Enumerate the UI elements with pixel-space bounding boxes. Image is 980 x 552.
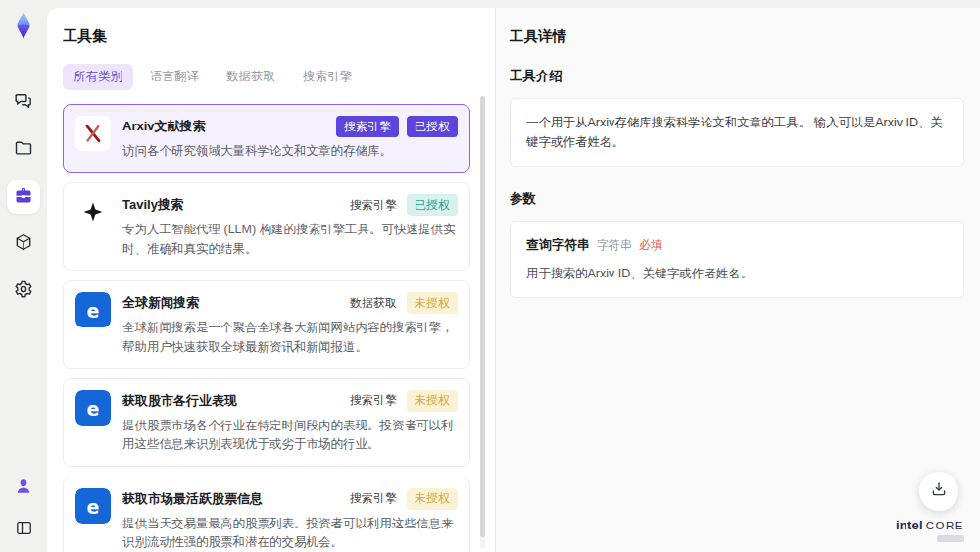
tool-description: 访问各个研究领域大量科学论文和文章的存储库。 (122, 142, 458, 161)
app-logo-icon (8, 10, 39, 41)
tool-name: 获取股市各行业表现 (122, 392, 340, 410)
gear-icon (14, 279, 33, 303)
tool-name: 获取市场最活跃股票信息 (122, 490, 340, 508)
tool-description: 全球新闻搜索是一个聚合全球各大新闻网站内容的搜索引擎，帮助用户快速获取全球最新资… (122, 319, 458, 357)
category-tab[interactable]: 所有类别 (63, 64, 133, 90)
list-scrollbar[interactable] (480, 96, 485, 549)
arxiv-icon (75, 116, 111, 151)
briefcase-icon (14, 185, 33, 209)
intel-core-sub-badge (937, 535, 964, 542)
auth-status-badge: 已授权 (407, 116, 458, 137)
param-required-badge: 必填 (639, 236, 662, 255)
intel-core-logo: intelcore (896, 516, 964, 542)
download-button[interactable] (919, 472, 958, 511)
svg-text:e: e (87, 397, 100, 419)
param-card: 查询字符串 字符串 必填 用于搜索的Arxiv ID、关键字或作者姓名。 (510, 221, 964, 298)
category-badge: 搜索引擎 (348, 488, 399, 510)
tool-name: Tavily搜索 (122, 196, 340, 214)
tool-description: 提供股票市场各个行业在特定时间段内的表现。投资者可以利用这些信息来识别表现优于或… (122, 417, 458, 455)
svg-text:e: e (87, 300, 100, 322)
sidebar (0, 0, 47, 552)
category-tabs: 所有类别语言翻译数据获取搜索引擎 (63, 64, 469, 90)
sidebar-item-settings[interactable] (7, 275, 40, 308)
category-badge: 搜索引擎 (348, 390, 399, 412)
cube-icon (14, 232, 33, 256)
category-badge: 数据获取 (348, 292, 399, 314)
stocks-app-icon: e (75, 488, 111, 524)
page-title: 工具集 (63, 27, 469, 46)
sidebar-item-models[interactable] (7, 227, 40, 261)
auth-status-badge: 未授权 (407, 292, 458, 314)
chat-icon (14, 91, 33, 115)
app-window: 工具集 所有类别语言翻译数据获取搜索引擎 Arxiv文献搜索 搜索引擎 已授权 … (0, 0, 980, 552)
tool-description: 专为人工智能代理 (LLM) 构建的搜索引擎工具。可快速提供实时、准确和真实的结… (122, 221, 458, 259)
download-icon (930, 480, 948, 502)
category-tab[interactable]: 语言翻译 (139, 64, 210, 90)
auth-status-badge: 未授权 (407, 488, 458, 510)
intro-card: 一个用于从Arxiv存储库搜索科学论文和文章的工具。 输入可以是Arxiv ID… (510, 98, 964, 167)
category-badge: 搜索引擎 (348, 194, 399, 216)
category-badge: 搜索引擎 (336, 116, 399, 137)
scrollbar-thumb[interactable] (480, 96, 485, 537)
params-heading: 参数 (510, 190, 964, 208)
intro-heading: 工具介绍 (510, 68, 964, 85)
category-tab[interactable]: 搜索引擎 (292, 64, 363, 90)
tool-card[interactable]: Tavily搜索 搜索引擎 已授权 专为人工智能代理 (LLM) 构建的搜索引擎… (63, 182, 470, 271)
detail-title: 工具详情 (510, 27, 964, 46)
param-type: 字符串 (597, 236, 632, 255)
param-description: 用于搜索的Arxiv ID、关键字或作者姓名。 (526, 264, 948, 283)
sidebar-item-tools[interactable] (7, 180, 40, 214)
auth-status-badge: 已授权 (407, 194, 458, 216)
tool-card[interactable]: e 全球新闻搜索 数据获取 未授权 全球新闻搜索是一个聚合全球各大新闻网站内容的… (63, 280, 470, 369)
folder-icon (14, 138, 33, 162)
news-app-icon: e (75, 292, 111, 327)
sidebar-item-chat[interactable] (7, 86, 40, 120)
tool-detail-panel: 工具详情 工具介绍 一个用于从Arxiv存储库搜索科学论文和文章的工具。 输入可… (495, 8, 980, 552)
sparkle-icon (75, 194, 111, 229)
panel-toggle-icon[interactable] (7, 511, 40, 544)
category-tab[interactable]: 数据获取 (216, 64, 286, 90)
tool-card[interactable]: Arxiv文献搜索 搜索引擎 已授权 访问各个研究领域大量科学论文和文章的存储库… (63, 104, 470, 173)
user-avatar[interactable] (7, 470, 40, 503)
sidebar-nav (7, 86, 40, 308)
tool-list: Arxiv文献搜索 搜索引擎 已授权 访问各个研究领域大量科学论文和文章的存储库… (63, 104, 470, 552)
tool-name: Arxiv文献搜索 (122, 118, 328, 135)
sidebar-bottom (7, 470, 40, 544)
sidebar-item-files[interactable] (7, 133, 40, 167)
tool-description: 提供当天交易量最高的股票列表。投资者可以利用这些信息来识别流动性强的股票和潜在的… (122, 515, 458, 552)
svg-text:e: e (87, 495, 100, 517)
param-name: 查询字符串 (526, 235, 590, 256)
tool-card[interactable]: e 获取股市各行业表现 搜索引擎 未授权 提供股票市场各个行业在特定时间段内的表… (63, 378, 470, 467)
auth-status-badge: 未授权 (407, 390, 458, 412)
tool-list-panel: 工具集 所有类别语言翻译数据获取搜索引擎 Arxiv文献搜索 搜索引擎 已授权 … (47, 8, 495, 552)
tool-name: 全球新闻搜索 (122, 294, 340, 312)
tool-card[interactable]: e 获取市场最活跃股票信息 搜索引擎 未授权 提供当天交易量最高的股票列表。投资… (63, 477, 470, 552)
stocks-app-icon: e (75, 390, 111, 426)
